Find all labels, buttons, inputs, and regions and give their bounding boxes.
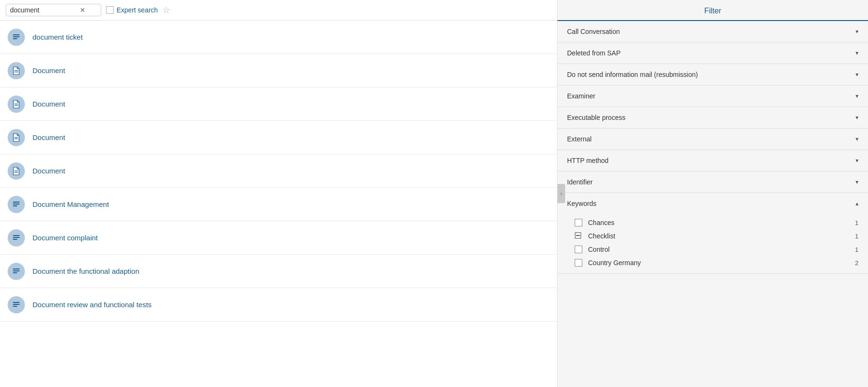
filter-section-executable-process: Executable process▾ <box>557 107 868 129</box>
filter-section-header-call-conversation[interactable]: Call Conversation▾ <box>557 21 868 42</box>
filter-section-title-identifier: Identifier <box>567 178 593 186</box>
keyword-item-country-germany[interactable]: Country Germany2 <box>557 256 868 269</box>
keyword-checkbox-control[interactable] <box>575 246 582 253</box>
filter-header: Filter <box>557 0 868 21</box>
list-item[interactable]: Document complaint <box>0 221 557 255</box>
svg-rect-6 <box>14 105 18 106</box>
keyword-checkbox-country-germany[interactable] <box>575 259 582 267</box>
results-list: document ticket Document Document Docume… <box>0 21 557 387</box>
keyword-count-control: 1 <box>855 246 858 253</box>
keyword-count-chances: 1 <box>855 219 858 226</box>
filter-section-header-do-not-send[interactable]: Do not send information mail (resubmissi… <box>557 64 868 85</box>
filter-section-header-http-method[interactable]: HTTP method▾ <box>557 150 868 171</box>
filter-section-header-keywords[interactable]: Keywords▴ <box>557 193 868 214</box>
svg-rect-1 <box>13 36 20 37</box>
filter-section-keywords: Keywords▴Chances1 Checklist1Control1Coun… <box>557 193 868 274</box>
list-item[interactable]: Document <box>0 54 557 87</box>
list-item[interactable]: Document <box>0 121 557 154</box>
filter-section-title-executable-process: Executable process <box>567 114 625 121</box>
clear-icon[interactable]: ✕ <box>80 6 86 14</box>
expert-search-checkbox[interactable] <box>106 6 114 14</box>
result-label: Document Management <box>32 200 109 208</box>
keyword-item-control[interactable]: Control1 <box>557 243 868 256</box>
doc-icon <box>8 129 25 146</box>
search-input-wrapper[interactable]: ✕ <box>6 4 101 16</box>
filter-section-header-examiner[interactable]: Examiner▾ <box>557 86 868 107</box>
chevron-icon-do-not-send: ▾ <box>856 71 858 78</box>
filter-section-header-executable-process[interactable]: Executable process▾ <box>557 107 868 128</box>
doc-icon <box>8 62 25 79</box>
filter-section-title-examiner: Examiner <box>567 92 595 100</box>
right-panel: › Filter Call Conversation▾Deleted from … <box>557 0 868 387</box>
filter-section-do-not-send: Do not send information mail (resubmissi… <box>557 64 868 86</box>
filter-section-call-conversation: Call Conversation▾ <box>557 21 868 43</box>
result-label: document ticket <box>32 33 83 41</box>
ticket-icon <box>8 196 25 213</box>
ticket-icon <box>8 263 25 280</box>
result-label: Document <box>32 167 65 175</box>
svg-rect-18 <box>13 270 20 271</box>
svg-rect-15 <box>13 237 20 238</box>
filter-section-http-method: HTTP method▾ <box>557 150 868 172</box>
list-item[interactable]: Document Management <box>0 188 557 221</box>
svg-rect-12 <box>13 204 20 204</box>
chevron-icon-external: ▾ <box>856 136 858 142</box>
filter-section-examiner: Examiner▾ <box>557 86 868 107</box>
filter-section-header-identifier[interactable]: Identifier▾ <box>557 172 868 193</box>
list-item[interactable]: document ticket <box>0 21 557 54</box>
svg-rect-10 <box>14 172 18 172</box>
svg-rect-11 <box>13 202 20 203</box>
list-item[interactable]: Document <box>0 87 557 121</box>
svg-rect-21 <box>13 304 20 305</box>
keyword-label-checklist: Checklist <box>588 232 849 240</box>
result-label: Document <box>32 133 65 141</box>
star-icon[interactable]: ☆ <box>162 5 170 15</box>
chevron-icon-deleted-from-sap: ▾ <box>856 50 858 56</box>
svg-rect-8 <box>14 139 18 139</box>
collapse-toggle[interactable]: › <box>557 184 565 203</box>
expert-search-label[interactable]: Expert search <box>117 6 158 14</box>
list-item[interactable]: Document the functional adaption <box>0 255 557 288</box>
keyword-label-chances: Chances <box>588 219 849 226</box>
collapse-arrow: › <box>560 191 562 196</box>
chevron-icon-http-method: ▾ <box>856 157 858 164</box>
svg-rect-14 <box>13 235 20 236</box>
svg-rect-2 <box>13 38 17 39</box>
keyword-item-chances[interactable]: Chances1 <box>557 216 868 229</box>
list-item[interactable]: Document <box>0 154 557 188</box>
search-bar: ✕ Expert search ☆ <box>0 0 557 21</box>
filter-section-deleted-from-sap: Deleted from SAP▾ <box>557 43 868 64</box>
svg-rect-4 <box>14 72 18 72</box>
filter-section-title-do-not-send: Do not send information mail (resubmissi… <box>567 71 698 78</box>
keyword-item-checklist[interactable]: Checklist1 <box>557 229 868 243</box>
filter-section-title-call-conversation: Call Conversation <box>567 28 620 35</box>
filter-section-title-deleted-from-sap: Deleted from SAP <box>567 49 621 57</box>
filter-section-header-deleted-from-sap[interactable]: Deleted from SAP▾ <box>557 43 868 64</box>
search-input[interactable] <box>10 6 77 14</box>
svg-rect-22 <box>13 306 17 307</box>
filter-section-header-external[interactable]: External▾ <box>557 129 868 150</box>
chevron-icon-identifier: ▾ <box>856 179 858 185</box>
filter-section-title-keywords: Keywords <box>567 200 596 207</box>
result-label: Document <box>32 66 65 75</box>
filter-section-external: External▾ <box>557 129 868 150</box>
result-label: Document complaint <box>32 234 98 242</box>
svg-rect-17 <box>13 269 20 269</box>
keyword-checkbox-chances[interactable] <box>575 219 582 226</box>
expert-search-wrapper[interactable]: Expert search <box>106 6 158 14</box>
svg-rect-5 <box>14 104 18 104</box>
keyword-checkbox-checklist[interactable] <box>575 232 582 240</box>
list-item[interactable]: Document review and functional tests <box>0 288 557 322</box>
svg-rect-0 <box>13 34 20 35</box>
filter-sections: Call Conversation▾Deleted from SAP▾Do no… <box>557 21 868 274</box>
chevron-icon-examiner: ▾ <box>856 93 858 99</box>
svg-rect-16 <box>13 239 17 240</box>
ticket-icon <box>8 296 25 313</box>
ticket-icon <box>8 229 25 247</box>
svg-rect-13 <box>13 205 17 206</box>
filter-content-keywords: Chances1 Checklist1Control1Country Germa… <box>557 214 868 273</box>
result-label: Document the functional adaption <box>32 267 139 275</box>
keyword-count-checklist: 1 <box>855 233 858 240</box>
left-panel: ✕ Expert search ☆ document ticket Docume… <box>0 0 557 387</box>
keyword-label-control: Control <box>588 246 849 253</box>
